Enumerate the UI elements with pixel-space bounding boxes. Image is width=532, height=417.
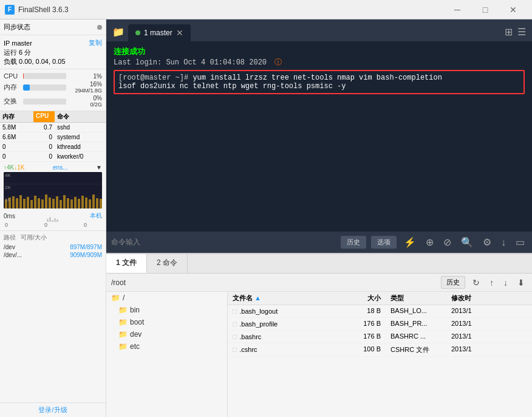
net-ping-row: 0ms 本机 — [4, 210, 102, 222]
svg-rect-28 — [96, 198, 98, 208]
file-date-4: 2013/1 — [446, 345, 532, 354]
input-label: 命令输入 — [111, 237, 336, 247]
sidebar: 同步状态 IP master 复制 运行 6 分 负载 0.00, 0.04, … — [0, 19, 106, 417]
paste-icon[interactable]: ⊘ — [441, 235, 454, 249]
storage-header: 路径 可用/大小 — [4, 233, 102, 242]
mem-bar-container — [23, 84, 66, 91]
proc-cmd: kthreadd — [55, 142, 106, 151]
proc-cmd: systemd — [55, 133, 106, 142]
svg-rect-24 — [81, 196, 84, 208]
download-icon[interactable]: ↓ — [499, 236, 508, 249]
terminal-output[interactable]: 连接成功 Last login: Sun Oct 4 01:04:08 2020… — [106, 41, 532, 231]
proc-row: 5.8M 0.7 sshd — [0, 123, 106, 133]
net-down-label: ↓1K — [14, 164, 24, 171]
swap-percent: 0% — [94, 95, 102, 102]
svg-rect-12 — [38, 198, 40, 208]
file-size-1: 18 B — [337, 307, 386, 315]
mem-label: 内存 — [4, 83, 21, 92]
net-graph-svg: 4K 2K 1K — [4, 172, 102, 208]
warning-icon: ⓘ — [275, 58, 282, 67]
proc-row: 0 0 kthreadd — [0, 142, 106, 152]
file-row-2[interactable]: □.bash_profile 176 B BASH_PR... 2013/1 — [228, 318, 532, 331]
tab-bar: 📁 1 master ✕ ⊞ ☰ — [106, 19, 532, 41]
metrics-section: CPU 1% 内存 16% 294M/1.8G 交换 — [0, 69, 106, 111]
close-button[interactable]: ✕ — [499, 0, 527, 19]
storage-path-1: /dev — [4, 244, 15, 250]
svg-rect-15 — [49, 198, 51, 208]
settings-icon[interactable]: ⚙ — [480, 235, 494, 249]
ping-bars — [47, 210, 58, 222]
proc-cmd: kworker/0 — [55, 152, 106, 161]
svg-rect-14 — [45, 195, 47, 208]
svg-rect-20 — [67, 198, 69, 208]
file-icon: □ — [233, 333, 237, 341]
search-icon[interactable]: 🔍 — [459, 235, 476, 249]
status-dot — [97, 25, 102, 30]
bottom-panel: 1 文件 2 命令 /root 历史 ↻ ↑ ↓ ⬇ — [106, 253, 532, 417]
col-size[interactable]: 大小 — [337, 294, 386, 303]
mem-metric: 内存 16% 294M/1.8G — [4, 80, 102, 94]
cpu-col-header[interactable]: CPU — [33, 111, 55, 122]
tab-files[interactable]: 1 文件 — [106, 254, 147, 273]
ip-row: IP master 复制 — [4, 38, 102, 48]
storage-avail-1: 897M/897M — [70, 244, 102, 250]
net-dropdown-icon[interactable]: ▼ — [96, 164, 102, 171]
file-icon: □ — [233, 307, 237, 315]
bottom-tabs: 1 文件 2 命令 — [106, 254, 532, 274]
file-tree-root[interactable]: 📁 / — [106, 292, 227, 304]
storage-path-header: 路径 — [4, 233, 16, 242]
tab-commands[interactable]: 2 命令 — [147, 254, 188, 273]
file-tree-dev[interactable]: 📁 dev — [106, 328, 227, 340]
col-type[interactable]: 类型 — [386, 294, 446, 303]
mem-col-header[interactable]: 内存 — [0, 111, 33, 122]
net-graph-section: ↑4K ↓1K ens... ▼ — [0, 162, 106, 231]
upgrade-button[interactable]: 登录/升级 — [0, 402, 106, 417]
tab-master[interactable]: 1 master ✕ — [128, 24, 191, 41]
cmd-col-header[interactable]: 命令 — [55, 111, 106, 122]
proc-row: 6.6M 0 systemd — [0, 133, 106, 142]
download-icon[interactable]: ↓ — [501, 277, 510, 289]
svg-rect-11 — [34, 196, 36, 208]
upload-icon[interactable]: ↑ — [487, 277, 496, 289]
copy-icon[interactable]: ⊕ — [423, 235, 436, 249]
file-tree-etc[interactable]: 📁 etc — [106, 340, 227, 353]
svg-rect-19 — [63, 195, 66, 208]
fullscreen-icon[interactable]: ▭ — [513, 235, 527, 249]
maximize-button[interactable]: □ — [471, 0, 499, 19]
file-history-button[interactable]: 历史 — [441, 276, 465, 289]
tab-close-icon[interactable]: ✕ — [176, 28, 183, 38]
folder-icon: 📁 — [111, 294, 120, 302]
list-view-button[interactable]: ☰ — [516, 25, 527, 39]
svg-rect-26 — [89, 199, 91, 208]
minimize-button[interactable]: ─ — [443, 0, 471, 19]
refresh-icon[interactable]: ↻ — [470, 277, 482, 289]
grid-view-button[interactable]: ⊞ — [503, 25, 514, 39]
file-row-4[interactable]: □.cshrc 100 B CSHRC 文件 2013/1 — [228, 343, 532, 357]
col-date[interactable]: 修改时 — [446, 294, 532, 303]
proc-mem: 0 — [0, 142, 33, 151]
folder-icon[interactable]: 📁 — [109, 22, 128, 41]
folder-icon-boot: 📁 — [118, 318, 128, 326]
storage-section: 路径 可用/大小 /dev 897M/897M /dev/... 909M/90… — [0, 231, 106, 402]
more-icon[interactable]: ⬇ — [515, 277, 527, 289]
file-tree-boot[interactable]: 📁 boot — [106, 316, 227, 328]
cpu-bar — [23, 73, 24, 79]
options-button[interactable]: 选项 — [371, 236, 397, 249]
swap-metric: 交换 0% 0/2G — [4, 94, 102, 108]
proc-cpu: 0 — [33, 152, 55, 161]
copy-button[interactable]: 复制 — [89, 38, 102, 47]
cpu-bar-container — [23, 73, 66, 79]
net-up-label: ↑4K — [4, 164, 14, 171]
right-panel: 📁 1 master ✕ ⊞ ☰ 连接成功 Last login: Sun Oc… — [106, 19, 532, 417]
lightning-icon[interactable]: ⚡ — [401, 235, 418, 249]
tab-bar-right: ⊞ ☰ — [499, 22, 532, 41]
file-name-1: □.bash_logout — [228, 307, 337, 315]
file-row-3[interactable]: □.bashrc 176 B BASHRC ... 2013/1 — [228, 331, 532, 343]
svg-rect-29 — [100, 199, 102, 208]
history-button[interactable]: 历史 — [341, 236, 366, 249]
file-date-1: 2013/1 — [446, 307, 532, 315]
col-filename[interactable]: 文件名 ▲ — [228, 294, 337, 303]
file-tree-bin[interactable]: 📁 bin — [106, 304, 227, 316]
file-row-1[interactable]: □.bash_logout 18 B BASH_LO... 2013/1 — [228, 305, 532, 318]
tree-label-bin: bin — [130, 306, 140, 314]
